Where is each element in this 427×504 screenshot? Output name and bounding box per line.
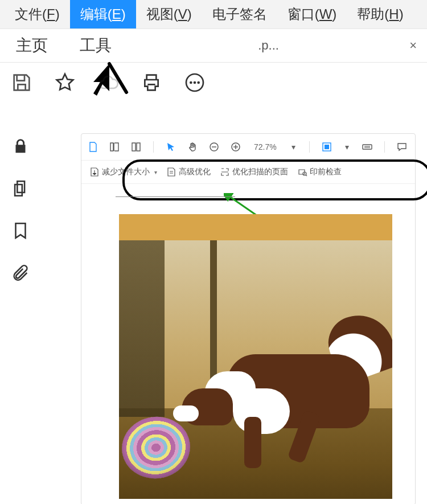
view-mode-icon[interactable] bbox=[321, 141, 332, 153]
tab-tools[interactable]: 工具 bbox=[64, 29, 128, 62]
svg-point-3 bbox=[197, 81, 200, 84]
menu-edit[interactable]: 编辑(E) bbox=[70, 0, 136, 28]
menu-help[interactable]: 帮助(H) bbox=[347, 0, 413, 28]
document-name: .p... bbox=[128, 38, 409, 53]
advanced-optimize-button[interactable]: 高级优化 bbox=[166, 167, 211, 177]
optimize-toolbar: 减少文件大小 ▾ 高级优化 优化扫描的页面 印前检查 bbox=[81, 161, 415, 184]
menu-view[interactable]: 视图(V) bbox=[136, 0, 202, 28]
svg-rect-10 bbox=[325, 145, 329, 149]
menu-esign-label: 电子签名 bbox=[212, 6, 267, 22]
quick-toolbar bbox=[0, 63, 427, 103]
dropdown-icon[interactable]: ▾ bbox=[152, 169, 157, 175]
bookmark-icon[interactable] bbox=[11, 221, 30, 240]
preflight-icon bbox=[297, 167, 307, 177]
menu-window-label: 窗口(W) bbox=[288, 6, 337, 22]
menu-file[interactable]: 文件(F) bbox=[5, 0, 70, 28]
save-icon[interactable] bbox=[10, 71, 33, 94]
star-icon[interactable] bbox=[54, 71, 76, 94]
tab-close-button[interactable]: × bbox=[409, 38, 427, 53]
page-icon[interactable] bbox=[87, 141, 98, 153]
preflight-label: 印前检查 bbox=[310, 167, 342, 177]
toolbar-separator bbox=[153, 141, 154, 153]
toolbar-separator bbox=[384, 141, 385, 153]
advanced-optimize-label: 高级优化 bbox=[179, 167, 211, 177]
menu-esign[interactable]: 电子签名 bbox=[202, 0, 277, 28]
scan-icon bbox=[220, 167, 230, 177]
comment-icon[interactable] bbox=[183, 71, 206, 94]
optimize-scanned-label: 优化扫描的页面 bbox=[232, 167, 288, 177]
select-tool-icon[interactable] bbox=[165, 141, 176, 153]
attachment-icon[interactable] bbox=[11, 263, 30, 282]
zoom-level[interactable]: 72.7% bbox=[252, 142, 279, 151]
toolbar-separator bbox=[309, 141, 310, 153]
zoom-dropdown-icon[interactable]: ▾ bbox=[289, 142, 298, 151]
menu-file-label: 文件(F) bbox=[15, 6, 60, 22]
document-view[interactable] bbox=[81, 185, 415, 504]
page-1 bbox=[119, 214, 392, 499]
cloud-icon[interactable] bbox=[97, 71, 120, 94]
keyboard-icon[interactable] bbox=[362, 141, 373, 153]
svg-line-15 bbox=[306, 175, 307, 176]
reduce-file-size-label: 减少文件大小 bbox=[102, 167, 150, 177]
lock-icon[interactable] bbox=[11, 137, 30, 156]
preflight-button[interactable]: 印前检查 bbox=[297, 167, 342, 177]
view-mode-dropdown-icon[interactable]: ▾ bbox=[343, 142, 351, 151]
pages-icon[interactable] bbox=[11, 179, 30, 198]
rule-line bbox=[116, 196, 235, 197]
document-panel-area: 72.7% ▾ ▾ 减少文件大小 bbox=[41, 103, 427, 504]
document-tab-bar: 主页 工具 .p... × bbox=[0, 29, 427, 63]
panel-toolbar: 72.7% ▾ ▾ bbox=[81, 134, 415, 161]
menu-view-label: 视图(V) bbox=[146, 6, 192, 22]
menu-edit-label: 编辑(E) bbox=[80, 6, 126, 22]
print-icon[interactable] bbox=[140, 71, 163, 94]
tab-home[interactable]: 主页 bbox=[0, 29, 64, 62]
menu-window[interactable]: 窗口(W) bbox=[277, 0, 347, 28]
menu-help-label: 帮助(H) bbox=[357, 6, 403, 22]
reduce-size-icon bbox=[89, 167, 100, 177]
advanced-optimize-icon bbox=[166, 167, 176, 177]
menu-bar: 文件(F) 编辑(E) 视图(V) 电子签名 窗口(W) 帮助(H) bbox=[0, 0, 427, 29]
panel-left-icon[interactable] bbox=[109, 141, 120, 153]
hand-tool-icon[interactable] bbox=[187, 141, 198, 153]
svg-rect-11 bbox=[363, 145, 372, 149]
svg-point-1 bbox=[190, 81, 192, 84]
left-rail bbox=[0, 103, 41, 504]
reduce-file-size-button[interactable]: 减少文件大小 ▾ bbox=[89, 167, 157, 177]
note-icon[interactable] bbox=[396, 141, 408, 153]
photo-dog-frisbee bbox=[119, 240, 392, 499]
zoom-in-icon[interactable] bbox=[230, 141, 241, 153]
panel-both-icon[interactable] bbox=[130, 141, 142, 153]
optimize-scanned-button[interactable]: 优化扫描的页面 bbox=[220, 167, 288, 177]
document-panel: 72.7% ▾ ▾ 减少文件大小 bbox=[81, 133, 416, 504]
svg-point-2 bbox=[194, 81, 196, 84]
zoom-out-icon[interactable] bbox=[208, 141, 220, 153]
workarea: 72.7% ▾ ▾ 减少文件大小 bbox=[0, 103, 427, 504]
